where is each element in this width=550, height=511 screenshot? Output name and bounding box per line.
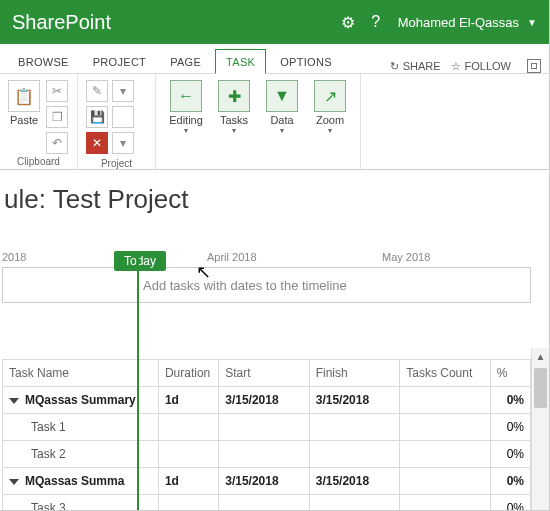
cell-count[interactable] <box>400 468 491 495</box>
copy-icon[interactable]: ❐ <box>46 106 68 128</box>
share-button[interactable]: ↻ SHARE <box>390 60 441 73</box>
cell-duration[interactable] <box>158 495 218 512</box>
gear-icon[interactable]: ⚙ <box>334 13 362 32</box>
cell-pct[interactable]: 0% <box>490 387 530 414</box>
clipboard-icon: 📋 <box>8 80 40 112</box>
tab-options[interactable]: OPTIONS <box>270 50 342 73</box>
axis-label: May 2018 <box>382 251 430 263</box>
cell-task-name[interactable]: MQassas Summa <box>3 468 159 495</box>
cell-task-name[interactable]: MQassas Summary <box>3 387 159 414</box>
zoom-label: Zoom <box>316 114 344 126</box>
blank-icon[interactable] <box>112 106 134 128</box>
cell-start[interactable] <box>219 495 310 512</box>
cell-finish[interactable] <box>309 441 400 468</box>
dropdown-icon[interactable]: ▾ <box>112 80 134 102</box>
cell-count[interactable] <box>400 414 491 441</box>
data-label: Data <box>270 114 293 126</box>
arrow-left-icon: ← <box>170 80 202 112</box>
cell-start[interactable] <box>219 414 310 441</box>
col-duration[interactable]: Duration <box>158 360 218 387</box>
plus-icon: ✚ <box>218 80 250 112</box>
scroll-thumb[interactable] <box>534 368 547 408</box>
scroll-up-icon[interactable]: ▲ <box>532 348 549 366</box>
chevron-down-icon: ▾ <box>280 126 284 135</box>
cell-duration[interactable]: 1d <box>158 387 218 414</box>
cell-task-name[interactable]: Task 2 <box>3 441 159 468</box>
cell-duration[interactable] <box>158 441 218 468</box>
col-start[interactable]: Start <box>219 360 310 387</box>
cell-pct[interactable]: 0% <box>490 468 530 495</box>
undo-icon[interactable]: ↶ <box>46 132 68 154</box>
cell-task-name[interactable]: Task 3 <box>3 495 159 512</box>
scroll-down-icon[interactable]: ▼ <box>532 504 549 511</box>
page-title: ule: Test Project <box>0 170 531 223</box>
cut-icon[interactable]: ✂ <box>46 80 68 102</box>
table-row[interactable]: Task 10% <box>3 414 531 441</box>
col-pct[interactable]: % <box>490 360 530 387</box>
cell-pct[interactable]: 0% <box>490 414 530 441</box>
cell-count[interactable] <box>400 441 491 468</box>
timeline-placeholder-text: Add tasks with dates to the timeline <box>143 278 347 293</box>
table-row[interactable]: Task 20% <box>3 441 531 468</box>
ribbon-tabs: BROWSE PROJECT PAGE TASK OPTIONS ↻ SHARE… <box>0 44 549 74</box>
cell-pct[interactable]: 0% <box>490 441 530 468</box>
data-button[interactable]: ▼ Data ▾ <box>258 78 306 137</box>
cell-start[interactable]: 3/15/2018 <box>219 468 310 495</box>
tab-task[interactable]: TASK <box>215 49 266 74</box>
chevron-down-icon: ▼ <box>527 17 537 28</box>
collapse-icon[interactable] <box>9 398 19 404</box>
today-marker: Today <box>114 251 166 271</box>
edit-icon[interactable]: ✎ <box>86 80 108 102</box>
share-label: SHARE <box>403 60 441 72</box>
follow-button[interactable]: ☆ FOLLOW <box>451 60 511 73</box>
group-project: Project <box>84 156 149 169</box>
paste-label: Paste <box>10 114 38 126</box>
cell-duration[interactable] <box>158 414 218 441</box>
cell-count[interactable] <box>400 387 491 414</box>
table-row[interactable]: MQassas Summa1d3/15/20183/15/20180% <box>3 468 531 495</box>
zoom-button[interactable]: ↗ Zoom ▾ <box>306 78 354 137</box>
editing-button[interactable]: ← Editing ▾ <box>162 78 210 137</box>
cell-duration[interactable]: 1d <box>158 468 218 495</box>
paste-button[interactable]: 📋 Paste <box>6 78 42 128</box>
save-icon[interactable]: 💾 <box>86 106 108 128</box>
cell-count[interactable] <box>400 495 491 512</box>
col-finish[interactable]: Finish <box>309 360 400 387</box>
table-row[interactable]: Task 30% <box>3 495 531 512</box>
axis-label: April 2018 <box>137 251 382 263</box>
tab-browse[interactable]: BROWSE <box>8 50 79 73</box>
col-task-name[interactable]: Task Name <box>3 360 159 387</box>
tab-project[interactable]: PROJECT <box>83 50 156 73</box>
tasks-label: Tasks <box>220 114 248 126</box>
cell-start[interactable]: 3/15/2018 <box>219 387 310 414</box>
today-line <box>137 251 139 511</box>
dropdown2-icon[interactable]: ▾ <box>112 132 134 154</box>
brand: SharePoint <box>12 11 111 34</box>
timeline: Today ↖ 2018 April 2018 May 2018 Add tas… <box>2 251 531 341</box>
cell-finish[interactable]: 3/15/2018 <box>309 468 400 495</box>
cell-finish[interactable] <box>309 414 400 441</box>
col-tasks-count[interactable]: Tasks Count <box>400 360 491 387</box>
zoom-icon: ↗ <box>314 80 346 112</box>
timeline-placeholder[interactable]: Add tasks with dates to the timeline <box>2 267 531 303</box>
share-icon: ↻ <box>390 60 399 73</box>
user-menu[interactable]: Mohamed El-Qassas ▼ <box>398 15 537 30</box>
chevron-down-icon: ▾ <box>232 126 236 135</box>
cell-pct[interactable]: 0% <box>490 495 530 512</box>
collapse-icon[interactable] <box>9 479 19 485</box>
vertical-scrollbar[interactable]: ▲ ▼ <box>531 348 549 511</box>
cell-start[interactable] <box>219 441 310 468</box>
cursor-icon: ↖ <box>196 261 211 283</box>
editing-label: Editing <box>169 114 203 126</box>
cell-task-name[interactable]: Task 1 <box>3 414 159 441</box>
table-row[interactable]: MQassas Summary1d3/15/20183/15/20180% <box>3 387 531 414</box>
star-icon: ☆ <box>451 60 461 73</box>
close-icon[interactable]: ✕ <box>86 132 108 154</box>
tasks-button[interactable]: ✚ Tasks ▾ <box>210 78 258 137</box>
cell-finish[interactable]: 3/15/2018 <box>309 387 400 414</box>
tab-page[interactable]: PAGE <box>160 50 211 73</box>
focus-content-icon[interactable] <box>527 59 541 73</box>
cell-finish[interactable] <box>309 495 400 512</box>
header-row: Task Name Duration Start Finish Tasks Co… <box>3 360 531 387</box>
help-icon[interactable]: ? <box>362 13 390 31</box>
